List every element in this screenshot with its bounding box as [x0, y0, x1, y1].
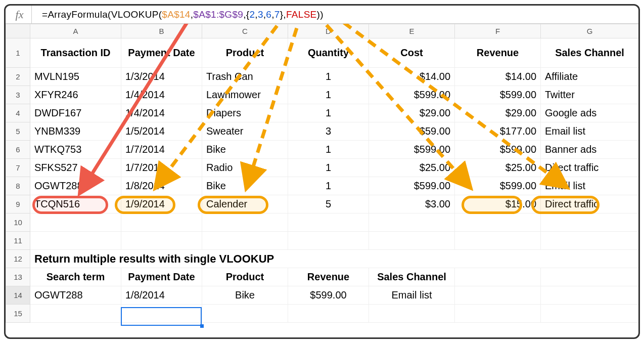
cell[interactable]: 1/3/2014 — [121, 68, 202, 86]
cell[interactable]: MVLN195 — [30, 68, 121, 86]
cell[interactable]: 1 — [288, 141, 369, 159]
cell[interactable]: $599.00 — [455, 86, 541, 104]
col-header-g[interactable]: G — [541, 24, 639, 38]
cell[interactable]: 1 — [288, 68, 369, 86]
cell[interactable]: $599.00 — [369, 177, 455, 195]
cell[interactable]: Calender — [202, 195, 288, 213]
cell[interactable] — [30, 213, 121, 232]
cell[interactable]: Google ads — [541, 104, 639, 122]
cell[interactable]: $177.00 — [455, 122, 541, 141]
row-header[interactable]: 10 — [6, 213, 30, 232]
cell[interactable]: Search term — [30, 268, 121, 286]
row-header[interactable]: 15 — [6, 305, 30, 323]
cell[interactable]: $25.00 — [369, 159, 455, 177]
cell[interactable]: $59.00 — [369, 122, 455, 141]
row-header[interactable]: 13 — [6, 268, 30, 286]
cell[interactable]: Payment Date — [121, 268, 202, 286]
cell[interactable]: 1/4/2014 — [121, 86, 202, 104]
col-header-a[interactable]: A — [30, 24, 121, 38]
row-header[interactable]: 14 — [6, 286, 30, 305]
formula-input[interactable]: =ArrayFormula(VLOOKUP($A$14,$A$1:$G$9,{2… — [32, 9, 324, 20]
cell[interactable]: Bike — [202, 286, 288, 305]
cell[interactable]: 1/8/2014 — [121, 177, 202, 195]
cell[interactable]: 1/7/2014 — [121, 141, 202, 159]
cell[interactable]: 1/7/2014 — [121, 159, 202, 177]
col-header-c[interactable]: C — [202, 24, 288, 38]
cell[interactable]: 1 — [288, 104, 369, 122]
cell[interactable]: Email list — [369, 286, 455, 305]
cell[interactable]: Diapers — [202, 104, 288, 122]
select-all-corner[interactable] — [6, 24, 30, 38]
col-header-f[interactable]: F — [455, 24, 541, 38]
row-header[interactable]: 2 — [6, 68, 30, 86]
cell[interactable]: Payment Date — [121, 38, 202, 68]
col-header-e[interactable]: E — [369, 24, 455, 38]
cell[interactable]: TCQN516 — [30, 195, 121, 213]
cell-active[interactable]: 1/8/2014 — [121, 286, 202, 305]
cell[interactable]: Banner ads — [541, 141, 639, 159]
cell[interactable]: $25.00 — [455, 159, 541, 177]
cell[interactable]: 1/9/2014 — [121, 195, 202, 213]
fill-handle[interactable] — [200, 324, 204, 328]
cell[interactable]: Email list — [541, 122, 639, 141]
cell[interactable]: $3.00 — [369, 195, 455, 213]
section-title[interactable]: Return multiple results with single VLOO… — [30, 250, 639, 268]
col-header-d[interactable]: D — [288, 24, 369, 38]
cell[interactable]: $14.00 — [369, 68, 455, 86]
cell[interactable]: 1 — [288, 86, 369, 104]
cell[interactable]: 1/5/2014 — [121, 122, 202, 141]
cell[interactable]: Radio — [202, 159, 288, 177]
cell[interactable]: $599.00 — [369, 86, 455, 104]
row-header[interactable]: 9 — [6, 195, 30, 213]
cell[interactable]: Quantity — [288, 38, 369, 68]
row-header[interactable]: 3 — [6, 86, 30, 104]
cell[interactable]: 1 — [288, 159, 369, 177]
cell[interactable]: DWDF167 — [30, 104, 121, 122]
cell[interactable]: $29.00 — [369, 104, 455, 122]
cell[interactable]: Revenue — [288, 268, 369, 286]
cell[interactable]: WTKQ753 — [30, 141, 121, 159]
row-header[interactable]: 5 — [6, 122, 30, 141]
cell[interactable]: $14.00 — [455, 68, 541, 86]
cell[interactable]: Trash Can — [202, 68, 288, 86]
spreadsheet-grid[interactable]: A B C D E F G 1 Transaction ID Payment D… — [6, 24, 638, 323]
cell[interactable]: Transaction ID — [30, 38, 121, 68]
cell[interactable]: $599.00 — [455, 141, 541, 159]
cell[interactable]: Bike — [202, 177, 288, 195]
cell[interactable]: Direct traffic — [541, 159, 639, 177]
cell[interactable]: Bike — [202, 141, 288, 159]
row-header[interactable]: 6 — [6, 141, 30, 159]
row-header[interactable]: 7 — [6, 159, 30, 177]
row-header[interactable]: 11 — [6, 232, 30, 250]
cell[interactable]: Cost — [369, 38, 455, 68]
cell[interactable]: Sales Channel — [369, 268, 455, 286]
col-header-b[interactable]: B — [121, 24, 202, 38]
cell[interactable]: Direct traffic — [541, 195, 639, 213]
cell[interactable]: Product — [202, 268, 288, 286]
cell[interactable]: OGWT288 — [30, 286, 121, 305]
cell[interactable]: Affiliate — [541, 68, 639, 86]
cell[interactable]: YNBM339 — [30, 122, 121, 141]
cell[interactable]: Twitter — [541, 86, 639, 104]
row-header-1[interactable]: 1 — [6, 38, 30, 68]
cell[interactable]: Sweater — [202, 122, 288, 141]
row-header[interactable]: 12 — [6, 250, 30, 268]
cell[interactable]: Lawnmower — [202, 86, 288, 104]
row-header[interactable]: 4 — [6, 104, 30, 122]
cell[interactable]: Revenue — [455, 38, 541, 68]
cell[interactable]: 1/4/2014 — [121, 104, 202, 122]
cell[interactable]: $599.00 — [369, 141, 455, 159]
row-header[interactable]: 8 — [6, 177, 30, 195]
cell[interactable]: OGWT288 — [30, 177, 121, 195]
cell[interactable]: $29.00 — [455, 104, 541, 122]
cell[interactable]: Email list — [541, 177, 639, 195]
cell[interactable]: Product — [202, 38, 288, 68]
cell[interactable]: $599.00 — [288, 286, 369, 305]
cell[interactable]: $599.00 — [455, 177, 541, 195]
cell[interactable]: Sales Channel — [541, 38, 639, 68]
cell[interactable]: 3 — [288, 122, 369, 141]
cell[interactable]: 1 — [288, 177, 369, 195]
cell[interactable]: SFKS527 — [30, 159, 121, 177]
cell[interactable]: XFYR246 — [30, 86, 121, 104]
cell[interactable]: $15.00 — [455, 195, 541, 213]
